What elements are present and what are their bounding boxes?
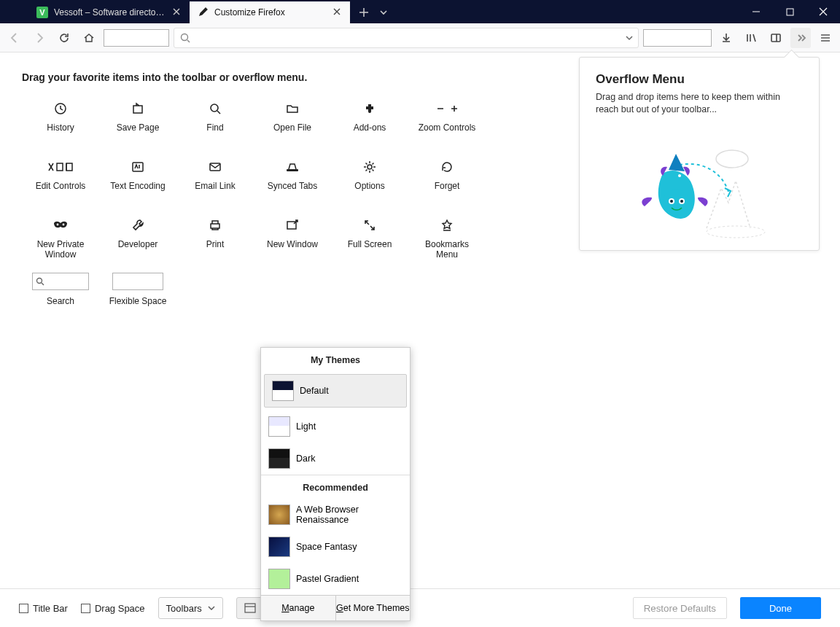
toolbar-placeholder[interactable] [643,29,712,47]
overflow-illustration [596,133,803,243]
palette-item-new-window[interactable]: New Window [254,214,331,273]
forget-icon [440,156,454,178]
svg-point-22 [680,200,683,203]
new-window-icon [286,214,299,236]
theme-thumb [268,416,290,437]
theme-item-pastel[interactable]: Pastel Gradient [261,563,410,595]
customize-content: Drag your favorite items into the toolba… [0,52,840,588]
themes-header-rec: Recommended [261,475,410,499]
window-minimize-button[interactable] [739,0,773,23]
tabs-dropdown-icon[interactable] [379,8,388,17]
close-icon[interactable] [332,7,343,17]
svg-rect-0 [787,9,793,15]
svg-point-18 [663,190,689,216]
new-tab-button[interactable] [359,7,369,17]
bookmark-star-icon [440,214,454,236]
svg-point-16 [707,226,765,238]
palette-item-flexspace[interactable]: Flexible Space [99,273,176,331]
tab-vessoft[interactable]: V Vessoft – Software directory – V [29,1,190,23]
mask-icon [52,214,69,236]
palette-item-developer[interactable]: Developer [99,214,176,273]
themes-header-my: My Themes [261,348,410,371]
library-button[interactable] [741,28,761,48]
themes-icon [244,603,256,613]
theme-item-default[interactable]: Default [264,374,407,408]
find-icon [209,98,222,120]
home-button[interactable] [79,28,99,48]
theme-thumb [268,505,290,525]
favicon-vessoft: V [36,7,48,18]
search-icon [180,33,190,43]
titlebar-checkbox[interactable]: Title Bar [19,603,68,614]
theme-item-light[interactable]: Light [261,410,410,443]
sidebar-button[interactable] [766,28,786,48]
theme-thumb [268,569,290,589]
svg-rect-6 [66,163,72,171]
palette-item-options[interactable]: Options [331,156,408,214]
forward-button[interactable] [29,28,50,48]
svg-point-11 [57,224,59,226]
theme-item-dark[interactable]: Dark [261,443,410,475]
encoding-icon [131,156,144,178]
svg-point-23 [678,174,681,177]
palette-item-email[interactable]: Email Link [176,156,254,214]
back-button[interactable] [4,28,25,48]
downloads-button[interactable] [716,28,736,48]
email-icon [209,156,222,178]
restore-defaults-button[interactable]: Restore Defaults [633,597,727,619]
svg-point-12 [63,224,65,226]
flex-box-preview [112,273,163,290]
svg-rect-9 [287,169,298,171]
palette-item-private[interactable]: New Private Window [22,214,99,273]
themes-manage-button[interactable]: Manage [261,596,336,620]
svg-rect-13 [211,224,219,228]
palette-item-synced[interactable]: Synced Tabs [254,156,331,214]
window-maximize-button[interactable] [773,0,806,23]
themes-popup: My Themes Default Light Dark Recommended… [260,347,411,621]
palette-item-open-file[interactable]: Open File [254,98,331,156]
palette-item-encoding[interactable]: Text Encoding [99,156,176,214]
url-bar[interactable] [174,28,639,48]
tab-customize[interactable]: Customize Firefox [190,1,350,23]
paintbrush-icon [197,7,209,18]
palette-item-addons[interactable]: Add-ons [331,98,408,156]
palette-item-forget[interactable]: Forget [408,156,486,214]
palette-item-save-page[interactable]: Save Page [99,98,176,156]
folder-icon [286,98,299,120]
window-close-button[interactable] [806,0,840,23]
reload-button[interactable] [54,28,74,48]
themes-getmore-button[interactable]: Get More Themes [336,596,411,620]
gear-icon [363,156,376,178]
theme-item-renaissance[interactable]: A Web Browser Renaissance [261,499,410,531]
menu-button[interactable] [815,28,836,48]
palette-item-bookmarks[interactable]: Bookmarks Menu [408,214,486,273]
print-icon [209,214,222,236]
palette-item-print[interactable]: Print [176,214,254,273]
history-icon [54,98,67,120]
toolbars-dropdown[interactable]: Toolbars [158,597,223,619]
overflow-desc: Drag and drop items here to keep them wi… [596,91,803,116]
chevron-down-icon[interactable] [625,34,634,42]
done-button[interactable]: Done [740,597,821,619]
palette-item-fullscreen[interactable]: Full Screen [331,214,408,273]
palette-item-zoom[interactable]: Zoom Controls [408,98,486,156]
dragspace-checkbox[interactable]: Drag Space [81,603,145,614]
tab-label: Vessoft – Software directory – V [54,7,166,17]
toolbar-placeholder[interactable] [104,29,169,47]
close-icon[interactable] [172,7,182,17]
customize-footer: Title Bar Drag Space Toolbars Themes Den… [0,588,840,627]
wrench-icon [131,214,144,236]
palette-item-search[interactable]: Search [22,273,99,331]
svg-point-17 [716,150,748,168]
window-titlebar: V Vessoft – Software directory – V Custo… [0,0,840,23]
overflow-title: Overflow Menu [596,72,803,87]
addons-icon [363,98,376,120]
palette-item-history[interactable]: History [22,98,99,156]
overflow-menu-panel[interactable]: Overflow Menu Drag and drop items here t… [579,57,820,251]
palette-item-edit-controls[interactable]: Edit Controls [22,156,99,214]
search-box-preview [32,273,89,290]
overflow-button[interactable] [790,28,811,48]
palette-item-find[interactable]: Find [176,98,254,156]
theme-item-space[interactable]: Space Fantasy [261,531,410,563]
save-icon [131,98,144,120]
